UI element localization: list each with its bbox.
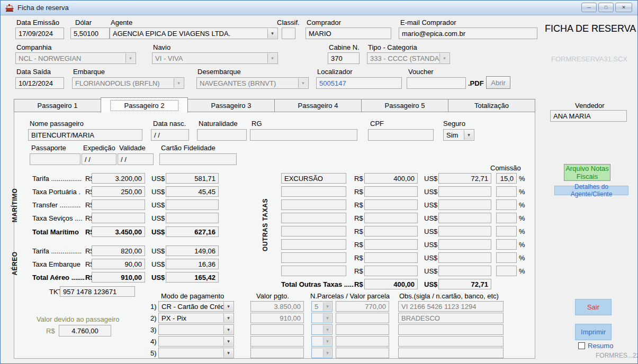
tab-passageiro-3[interactable]: Passageiro 3	[187, 99, 275, 112]
nome-passageiro-label: Nome passageiro	[30, 120, 84, 128]
outra-taxa-desc-field[interactable]	[281, 226, 346, 236]
outra-taxa-brl-field[interactable]	[364, 213, 418, 223]
data-saida-field[interactable]: 10/12/2024	[15, 77, 64, 89]
naturalidade-field[interactable]	[197, 129, 247, 141]
chevron-down-icon[interactable]: ▾	[464, 130, 473, 140]
parcelas-header: N.Parcelas / Valor parcela	[310, 293, 390, 300]
outra-taxa-comissao-field[interactable]	[496, 252, 517, 263]
outra-taxa-desc-field[interactable]	[281, 266, 346, 276]
passaporte-field[interactable]	[30, 153, 80, 165]
parcelas-combobox: ▾	[311, 313, 333, 323]
outra-taxa-brl-field[interactable]	[364, 226, 418, 236]
modo-pagamento-combobox[interactable]: ▾	[158, 336, 234, 347]
outra-taxa-comissao-field[interactable]	[496, 213, 517, 223]
outra-taxa-brl-field[interactable]	[364, 252, 418, 263]
aereo-taxa-embarque-usd-field[interactable]: 16,36	[166, 259, 219, 269]
outra-taxa-comissao-field[interactable]	[496, 266, 517, 276]
email-comprador-field[interactable]: mario@epica.com.br	[399, 28, 537, 39]
modo-pagamento-combobox[interactable]: ▾	[158, 324, 234, 335]
chevron-down-icon[interactable]: ▾	[223, 337, 233, 345]
outra-taxa-comissao-field[interactable]	[496, 239, 517, 250]
outra-taxa-brl-field[interactable]	[364, 239, 418, 250]
minimize-icon[interactable]: ─	[581, 3, 597, 12]
maritimo-tarifa-usd-field[interactable]: 581,71	[166, 173, 219, 184]
modo-pagamento-combobox[interactable]: ▾	[158, 348, 234, 358]
tab-passageiro-5[interactable]: Passageiro 5	[361, 99, 448, 112]
cabine-field[interactable]: 370	[328, 52, 360, 64]
validade-field[interactable]: / /	[118, 153, 154, 165]
chevron-down-icon[interactable]: ▾	[223, 349, 233, 357]
dolar-field[interactable]: 5,50100	[70, 28, 110, 39]
aereo-tarifa-usd-field[interactable]: 149,06	[166, 245, 219, 256]
maritimo-taxa-servicos-usd-field[interactable]	[166, 213, 219, 223]
chevron-down-icon[interactable]: ▾	[267, 29, 277, 38]
data-nasc-field[interactable]: / /	[151, 129, 189, 141]
rg-field[interactable]	[250, 129, 357, 141]
outra-taxa-usd-field[interactable]	[438, 226, 491, 236]
classif-field[interactable]	[282, 28, 295, 39]
agente-combobox[interactable]: AGENCIA EPICA DE VIAGENS LTDA. ▾	[110, 28, 278, 39]
maritimo-taxa-portuaria-brl-field[interactable]: 250,00	[92, 186, 145, 197]
modo-pagamento-combobox[interactable]: CR - Cartão de Crédito ▾	[158, 301, 234, 312]
maritimo-tarifa-brl-field[interactable]: 3.200,00	[92, 173, 145, 184]
modo-pagamento-combobox[interactable]: PX - Pix ▾	[158, 313, 234, 323]
outra-taxa-desc-field[interactable]	[281, 213, 346, 223]
voucher-field[interactable]	[407, 77, 466, 89]
outra-taxa-brl-field[interactable]	[364, 186, 418, 197]
outra-taxa-comissao-field[interactable]	[496, 199, 517, 210]
tkt-field[interactable]: 957 1478 123671	[60, 286, 135, 297]
outra-taxa-comissao-field[interactable]	[496, 186, 517, 197]
outra-taxa-comissao-field[interactable]	[496, 226, 517, 236]
outra-taxa-brl-field[interactable]	[364, 266, 418, 276]
maritimo-taxa-servicos-brl-field[interactable]	[92, 213, 145, 223]
outra-taxa-desc-field[interactable]	[281, 252, 346, 263]
expedicao-field[interactable]: / /	[82, 153, 116, 165]
tab-totalizacao[interactable]: Totalização	[448, 99, 535, 112]
outra-taxa-usd-field[interactable]	[438, 266, 491, 276]
cpf-field[interactable]	[368, 129, 434, 141]
seguro-combobox[interactable]: Sim ▾	[443, 129, 474, 141]
tab-passageiro-4[interactable]: Passageiro 4	[274, 99, 362, 112]
aereo-tarifa-brl-field[interactable]: 820,00	[92, 245, 145, 256]
detalhes-agente-cliente-button[interactable]: Detalhes do Agente/Cliente	[554, 186, 628, 195]
close-icon[interactable]: ✕	[615, 3, 632, 12]
localizador-field[interactable]: 5005147	[316, 77, 402, 89]
outra-taxa-desc-field[interactable]	[281, 199, 346, 210]
nome-passageiro-field[interactable]: BITENCURT/MARIA	[28, 129, 142, 141]
outra-taxa-usd-field[interactable]	[438, 213, 491, 223]
resumo-checkbox[interactable]	[578, 342, 585, 349]
outra-taxa-usd-field[interactable]	[438, 239, 491, 250]
outra-taxa-brl-field[interactable]	[364, 199, 418, 210]
arquivo-notas-fiscais-button[interactable]: Arquivo Notas Fiscais	[564, 164, 610, 181]
data-emissao-field[interactable]: 17/09/2024	[15, 28, 64, 39]
outra-taxa-desc-field[interactable]: EXCURSÃO	[281, 173, 346, 184]
abrir-button[interactable]: Abrir	[486, 76, 510, 89]
maritimo-taxa-portuaria-usd-field[interactable]: 45,45	[166, 186, 219, 197]
outra-taxa-brl-field[interactable]: 400,00	[364, 173, 418, 184]
outra-taxa-usd-field[interactable]	[438, 252, 491, 263]
outra-taxa-desc-field[interactable]	[281, 186, 346, 197]
tab-passageiro-1[interactable]: Passageiro 1	[14, 99, 101, 112]
comprador-field[interactable]: MARIO	[305, 28, 391, 39]
chevron-down-icon[interactable]: ▾	[223, 314, 233, 322]
tab-passageiro-2[interactable]: Passageiro 2	[101, 97, 188, 113]
maritimo-transfer-brl-field[interactable]	[92, 199, 145, 210]
imprimir-button[interactable]: Imprimir	[575, 324, 612, 340]
aereo-taxa-embarque-brl-field[interactable]: 90,00	[92, 259, 145, 269]
maximize-icon[interactable]: □	[598, 3, 614, 12]
valor-parcela-field: 770,00	[336, 301, 389, 312]
outra-taxa-usd-field[interactable]	[438, 199, 491, 210]
brl-unit-label: R$	[354, 175, 363, 183]
outra-taxa-usd-field[interactable]: 72,71	[438, 173, 491, 184]
outra-taxa-usd-field[interactable]	[438, 186, 491, 197]
sair-button[interactable]: Sair	[575, 299, 612, 315]
chevron-down-icon[interactable]: ▾	[223, 325, 233, 334]
outra-taxa-desc-field[interactable]	[281, 239, 346, 250]
maritimo-transfer-usd-field[interactable]	[166, 199, 219, 210]
obs-field	[398, 348, 504, 358]
cartao-fidelidade-field[interactable]	[159, 153, 237, 165]
chevron-down-icon[interactable]: ▾	[223, 302, 233, 311]
title-bar[interactable]: Ficha de reserva ─ □ ✕	[1, 1, 637, 15]
outra-taxa-comissao-field[interactable]: 15,0	[496, 173, 517, 184]
vendedor-field[interactable]: ANA MARIA	[550, 110, 627, 122]
